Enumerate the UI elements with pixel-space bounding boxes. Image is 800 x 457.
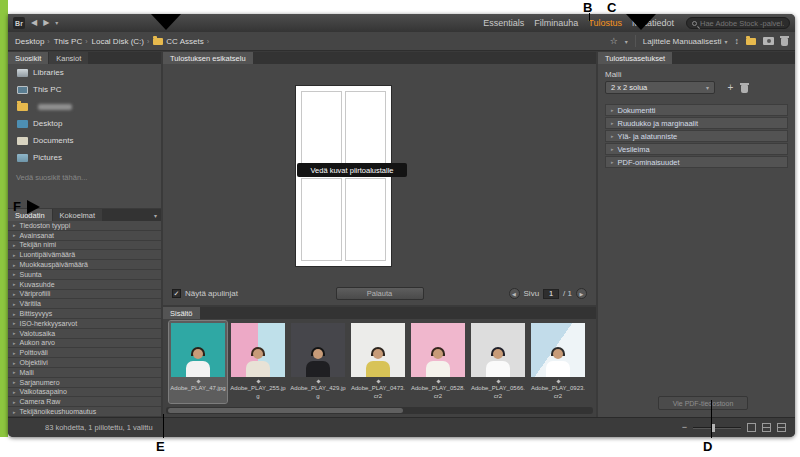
filter-row[interactable]: ▸ Valotusaika xyxy=(8,329,161,339)
tab-kokoelmat[interactable]: Kokoelmat xyxy=(53,209,102,221)
thumbnail[interactable]: Adobe_PLAY_0566.cr2 xyxy=(469,321,527,403)
accordion-section-label: Ruudukko ja marginaalit xyxy=(618,119,698,128)
filter-row[interactable]: ▸ Objektiivi xyxy=(8,358,161,368)
thumbnail[interactable]: Adobe_PLAY_47.jpg xyxy=(169,321,227,403)
back-icon[interactable]: ◀ xyxy=(31,19,37,27)
export-pdf-button[interactable]: Vie PDF-tiedostoon xyxy=(658,396,748,410)
workspace-tab[interactable]: Filminauha xyxy=(534,18,578,28)
thumbnail-image xyxy=(231,323,285,377)
rating-filter-caret-icon[interactable]: ▾ xyxy=(625,38,628,45)
breadcrumb-item[interactable]: Desktop › xyxy=(15,37,50,46)
thumbnail[interactable]: Adobe_PLAY_0923.cr2 xyxy=(529,321,587,403)
callout-letter-f: F xyxy=(13,200,21,213)
view-details-icon[interactable] xyxy=(762,423,771,432)
callout-letter-e: E xyxy=(156,440,165,453)
filter-row[interactable]: ▸ Valkotasapaino xyxy=(8,388,161,398)
status-text: 83 kohdetta, 1 piilotettu, 1 valittu xyxy=(45,423,153,432)
rating-filter-icon[interactable]: ☆ xyxy=(610,37,618,46)
guides-checkbox[interactable]: ✓ xyxy=(172,289,181,298)
next-page-icon[interactable]: ▶ xyxy=(576,288,587,299)
thumbnail-size-slider[interactable] xyxy=(693,427,741,429)
filter-row[interactable]: ▸ Väriprofiili xyxy=(8,290,161,300)
filter-row[interactable]: ▸ Aukon arvo xyxy=(8,339,161,349)
favorites-item-icon xyxy=(17,86,28,94)
breadcrumb-item[interactable]: Local Disk (C:) › xyxy=(92,37,150,46)
filter-row[interactable]: ▸ Bittisyvyys xyxy=(8,309,161,319)
expand-triangle-icon: ▸ xyxy=(13,222,16,228)
accordion-section[interactable]: ▸ Vesileima xyxy=(605,143,788,155)
thumbnail[interactable]: Adobe_PLAY_0473.cr2 xyxy=(349,321,407,403)
view-list-icon[interactable] xyxy=(777,423,786,432)
tab-content[interactable]: Sisältö xyxy=(163,307,200,319)
add-template-icon[interactable]: + xyxy=(724,81,737,94)
filter-row[interactable]: ▸ Malli xyxy=(8,368,161,378)
reset-button[interactable]: Palauta xyxy=(336,287,424,300)
favorites-item[interactable]: This PC xyxy=(8,81,161,98)
settings-accordion: ▸ Dokumentti ▸ Ruudukko ja marginaalit ▸… xyxy=(605,104,788,169)
accordion-section[interactable]: ▸ PDF-ominaisuudet xyxy=(605,156,788,168)
thumbnail[interactable]: Adobe_PLAY_0528.cr2 xyxy=(409,321,467,403)
filter-row[interactable]: ▸ Avainsanat xyxy=(8,231,161,241)
stock-search-box[interactable] xyxy=(686,17,790,29)
accordion-section[interactable]: ▸ Ruudukko ja marginaalit xyxy=(605,117,788,129)
breadcrumb-item[interactable]: This PC › xyxy=(54,37,88,46)
filter-row[interactable]: ▸ Luontipäivämäärä xyxy=(8,250,161,260)
workspace-tab[interactable]: Essentials xyxy=(483,18,524,28)
filter-row[interactable]: ▸ Tiedoston tyyppi xyxy=(8,221,161,231)
favorites-item[interactable] xyxy=(8,98,161,115)
page-number-input[interactable] xyxy=(543,289,559,299)
accordion-section[interactable]: ▸ Ylä- ja alatunniste xyxy=(605,130,788,142)
filter-row[interactable]: ▸ Polttoväli xyxy=(8,348,161,358)
toolbar-divider xyxy=(635,35,636,47)
accordion-section[interactable]: ▸ Dokumentti xyxy=(605,104,788,116)
filter-row[interactable]: ▸ Muokkauspäivämäärä xyxy=(8,260,161,270)
filter-menu-icon[interactable]: ▾ xyxy=(154,212,157,219)
chevron-right-icon: › xyxy=(207,38,209,45)
favorites-item[interactable]: Pictures xyxy=(8,149,161,166)
sort-direction-icon[interactable]: ↕ xyxy=(735,37,740,46)
previous-page-icon[interactable]: ◀ xyxy=(509,288,520,299)
view-thumbnails-icon[interactable] xyxy=(747,423,756,432)
scrollbar-thumb[interactable] xyxy=(168,408,403,413)
filter-row[interactable]: ▸ Kuvasuhde xyxy=(8,280,161,290)
smaller-thumbs-icon[interactable]: − xyxy=(682,423,687,432)
new-folder-icon[interactable] xyxy=(746,38,756,45)
search-icon xyxy=(692,21,697,26)
filter-row[interactable]: ▸ Suunta xyxy=(8,270,161,280)
sort-dropdown[interactable]: Lajittele Manuaalisesti ▾ xyxy=(643,37,728,46)
filter-row[interactable]: ▸ Camera Raw xyxy=(8,397,161,407)
camera-import-icon[interactable] xyxy=(763,37,774,45)
favorites-item[interactable]: Documents xyxy=(8,132,161,149)
search-input[interactable] xyxy=(700,19,784,28)
filter-row[interactable]: ▸ Väritila xyxy=(8,299,161,309)
favorites-item[interactable]: Libraries xyxy=(8,64,161,81)
filter-row[interactable]: ▸ Tekijänoikeushuomautus xyxy=(8,407,161,417)
chevron-right-icon: › xyxy=(85,38,87,45)
delete-icon[interactable] xyxy=(781,38,788,46)
tab-preview[interactable]: Tulostuksen esikatselu xyxy=(163,52,253,64)
favorites-item[interactable]: Desktop xyxy=(8,115,161,132)
favorites-item-label: Pictures xyxy=(33,153,62,162)
breadcrumb-item[interactable]: CC Assets › xyxy=(153,37,209,46)
template-dropdown[interactable]: 2 x 2 solua ▾ xyxy=(605,81,715,94)
thumbnail[interactable]: Adobe_PLAY_429.jpg xyxy=(289,321,347,403)
filter-row[interactable]: ▸ ISO-herkkyysarvot xyxy=(8,319,161,329)
page-navigation: ◀ Sivu / 1 ▶ xyxy=(509,288,587,299)
tab-output-settings[interactable]: Tulostusasetukset xyxy=(598,52,672,64)
filter-row[interactable]: ▸ Sarjanumero xyxy=(8,378,161,388)
forward-icon[interactable]: ▶ xyxy=(43,19,49,27)
recent-dropdown-icon[interactable]: ▾ xyxy=(55,20,58,26)
favorites-item-icon xyxy=(17,137,28,145)
filter-row[interactable]: ▸ Tekijän nimi xyxy=(8,241,161,251)
tab-suosikit[interactable]: Suosikit xyxy=(8,52,48,64)
filter-row-label: Valkotasapaino xyxy=(20,388,67,395)
thumbnail-size-controls: − xyxy=(682,423,786,432)
output-tab-bar: Tulostusasetukset xyxy=(598,52,795,64)
thumbnail[interactable]: Adobe_PLAY_255.jpg xyxy=(229,321,287,403)
delete-template-icon[interactable] xyxy=(741,85,748,93)
workspace-tab[interactable]: Tulostus xyxy=(588,18,622,28)
horizontal-scrollbar[interactable] xyxy=(166,407,593,414)
tab-kansiot[interactable]: Kansiot xyxy=(49,52,88,64)
callout-line-b xyxy=(589,13,590,21)
expand-triangle-icon: ▸ xyxy=(13,350,16,356)
